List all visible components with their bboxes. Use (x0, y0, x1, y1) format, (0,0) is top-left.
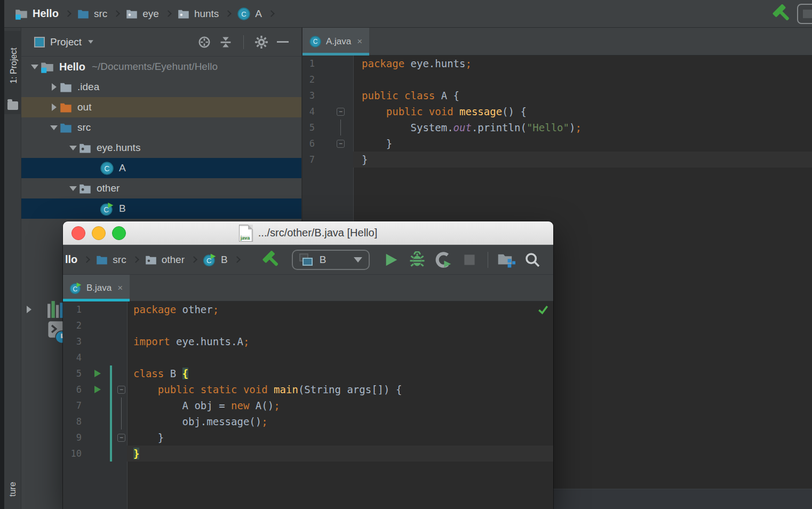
run-configuration-select[interactable]: B (292, 250, 370, 270)
tree-item-src-folder[interactable]: src (21, 117, 301, 138)
coverage-icon[interactable] (433, 250, 453, 270)
java-file-icon: java (239, 225, 253, 242)
code-text[interactable]: } (353, 152, 812, 168)
line-number: 10 (63, 446, 85, 462)
breadcrumb-hello-clipped[interactable]: llo (65, 253, 77, 266)
breadcrumb-class-a[interactable]: C A (237, 7, 262, 20)
collapse-all-icon[interactable] (218, 34, 234, 50)
run-line-icon[interactable] (85, 381, 110, 397)
editor-line[interactable]: 1package other; (63, 301, 553, 317)
line-number: 3 (63, 333, 85, 349)
chevron-right-icon (65, 10, 71, 17)
debug-icon[interactable] (407, 250, 427, 270)
project-icon (15, 7, 28, 20)
code-text[interactable]: public class A { (353, 88, 812, 104)
tree-item-package-eye-hunts[interactable]: eye.hunts (21, 138, 301, 158)
tree-item-label: src (77, 122, 91, 133)
editor-line[interactable]: 2 (302, 71, 812, 88)
tool-window-button-structure[interactable]: ture (4, 465, 21, 509)
tree-item-idea-folder[interactable]: .idea (21, 77, 301, 97)
code-text[interactable]: obj.message(); (130, 413, 553, 430)
run-configuration-combo-partial[interactable] (797, 4, 812, 24)
expanded-arrow-icon[interactable] (48, 125, 60, 130)
breadcrumb-hunts[interactable]: hunts (178, 8, 219, 20)
build-hammer-icon[interactable] (771, 4, 791, 24)
editor-line[interactable]: 3import eye.hunts.A; (63, 333, 553, 349)
editor-line[interactable]: 6− public static void main(String args[]… (63, 381, 553, 397)
gutter-cell (85, 446, 110, 462)
fold-marker-icon[interactable]: − (319, 136, 346, 152)
code-text[interactable]: public void message() { (353, 104, 812, 120)
code-text[interactable]: import eye.hunts.A; (130, 333, 553, 349)
close-icon[interactable]: × (357, 36, 362, 47)
run-icon[interactable] (381, 250, 401, 270)
editor-line[interactable]: 4− public void message() { (302, 104, 812, 120)
zoom-window-icon[interactable] (112, 226, 126, 240)
expanded-arrow-icon[interactable] (67, 146, 79, 150)
editor-line[interactable]: 5 System.out.println("Hello"); (302, 120, 812, 136)
settings-gear-icon[interactable] (253, 34, 269, 50)
tab-label: B.java (86, 283, 112, 293)
breadcrumb-src[interactable]: src (96, 254, 126, 266)
tab-b-java[interactable]: C B.java × (63, 275, 130, 301)
code-text[interactable]: } (130, 430, 553, 446)
breadcrumb-src[interactable]: src (77, 8, 107, 20)
minimize-window-icon[interactable] (92, 226, 106, 240)
editor-line[interactable]: 9− } (63, 430, 553, 446)
close-window-icon[interactable] (71, 226, 85, 240)
tree-item-out-folder[interactable]: out (21, 97, 301, 117)
editor-line[interactable]: 2 (63, 317, 553, 333)
locate-file-icon[interactable] (196, 34, 212, 50)
code-text[interactable]: } (130, 446, 553, 462)
code-area[interactable]: 1package other;23import eye.hunts.A;45cl… (63, 301, 553, 462)
project-structure-icon[interactable] (496, 250, 516, 270)
editor-line[interactable]: 6− } (302, 136, 812, 152)
code-text[interactable]: class B { (130, 365, 553, 381)
breadcrumb-class-b[interactable]: C B (203, 253, 228, 266)
chevron-down-icon[interactable] (88, 40, 93, 43)
breadcrumb-other[interactable]: other (145, 254, 185, 266)
fold-marker-icon[interactable]: − (319, 104, 346, 120)
code-text[interactable]: } (353, 136, 812, 152)
floating-window-b-java[interactable]: java .../src/other/B.java [Hello] llo sr… (63, 221, 553, 509)
line-number: 6 (302, 136, 319, 152)
gutter-cell (110, 333, 114, 349)
collapsed-arrow-icon[interactable] (48, 104, 60, 111)
window-title-bar[interactable]: java .../src/other/B.java [Hello] (63, 221, 553, 245)
tree-item-class-a[interactable]: C A (21, 158, 301, 178)
tree-item-project-hello[interactable]: Hello ~/Documents/Eyehunt/Hello (21, 57, 301, 77)
tab-a-java[interactable]: C A.java × (302, 28, 369, 55)
editor-line[interactable]: 3public class A { (302, 88, 812, 104)
editor-line[interactable]: 8 obj.message(); (63, 413, 553, 430)
breadcrumb-eye[interactable]: eye (126, 8, 159, 20)
fold-marker-icon[interactable]: − (114, 430, 127, 446)
editor-line[interactable]: 7 A obj = new A(); (63, 397, 553, 413)
tree-item-package-other[interactable]: other (21, 178, 301, 198)
expanded-arrow-icon[interactable] (29, 65, 41, 69)
breadcrumb-project[interactable]: Hello (15, 7, 59, 20)
build-hammer-icon[interactable] (260, 250, 281, 270)
editor-line[interactable]: 5class B { (63, 365, 553, 381)
close-icon[interactable]: × (117, 283, 123, 293)
editor-line[interactable]: 4 (63, 349, 553, 365)
editor-b-java[interactable]: 1package other;23import eye.hunts.A;45cl… (63, 301, 553, 509)
fold-marker-icon[interactable]: − (114, 381, 127, 397)
code-text[interactable]: package eye.hunts; (353, 55, 812, 71)
hide-panel-icon[interactable] (275, 34, 291, 50)
code-text[interactable]: public static void main(String args[]) { (130, 381, 553, 397)
code-text[interactable]: package other; (130, 301, 553, 317)
inspections-ok-check-icon[interactable] (537, 304, 549, 317)
run-line-icon[interactable] (85, 365, 110, 381)
editor-line[interactable]: 10} (63, 446, 553, 462)
code-text[interactable]: System.out.println("Hello"); (353, 120, 812, 136)
tool-window-button-project[interactable]: 1: Project (4, 31, 21, 114)
chevron-right-icon (113, 10, 120, 17)
code-area[interactable]: 1package eye.hunts;23public class A {4− … (302, 55, 812, 168)
collapsed-arrow-icon[interactable] (48, 83, 60, 91)
expanded-arrow-icon[interactable] (67, 186, 79, 191)
search-icon[interactable] (522, 250, 543, 270)
tree-item-class-b[interactable]: C B (21, 198, 301, 219)
editor-line[interactable]: 7} (302, 152, 812, 168)
code-text[interactable]: A obj = new A(); (130, 397, 553, 413)
editor-line[interactable]: 1package eye.hunts; (302, 55, 812, 71)
